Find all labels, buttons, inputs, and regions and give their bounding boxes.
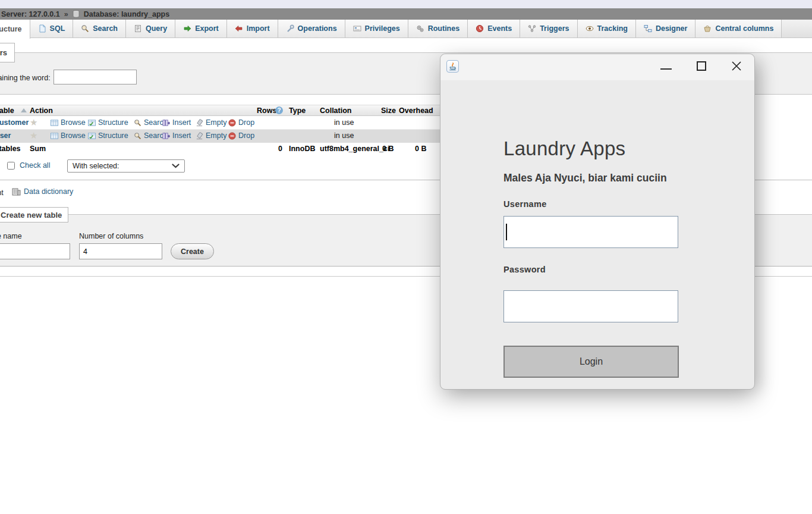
tab-events[interactable]: Events — [468, 20, 520, 37]
insert-icon — [162, 119, 170, 127]
empty-icon — [196, 132, 203, 140]
close-button[interactable] — [731, 61, 742, 71]
events-icon — [476, 24, 484, 33]
maximize-button[interactable] — [697, 61, 706, 71]
screen: Server: 127.0.0.1 » Database: laundry_ap… — [0, 0, 812, 514]
table-name-link[interactable]: user — [0, 131, 11, 140]
breadcrumb-database[interactable]: Database: laundry_apps — [84, 10, 170, 18]
containing-word-input[interactable] — [53, 70, 137, 84]
central-columns-icon — [703, 24, 712, 33]
tab-search-label: Search — [93, 24, 118, 33]
tab-central-columns-label: Central columns — [715, 24, 773, 33]
designer-icon — [644, 24, 652, 33]
empty-link[interactable]: Empty — [196, 131, 226, 140]
minimize-icon — [660, 68, 672, 70]
search-action-icon — [134, 132, 141, 140]
tab-import[interactable]: Import — [227, 20, 278, 37]
query-icon — [134, 24, 142, 33]
header-collation: Collation — [320, 106, 351, 115]
header-action: Action — [30, 106, 53, 115]
drop-link[interactable]: Drop — [228, 118, 254, 127]
table-name-link[interactable]: customer — [0, 118, 29, 127]
sum-label: Sum — [30, 145, 46, 153]
browse-icon — [51, 132, 58, 140]
tab-designer[interactable]: Designer — [636, 20, 696, 37]
tab-tracking[interactable]: Tracking — [578, 20, 636, 37]
tab-operations-label: Operations — [298, 24, 337, 33]
sql-icon — [38, 24, 46, 33]
data-dictionary-link[interactable]: Data dictionary — [12, 187, 73, 196]
favorite-star-icon[interactable]: ★ — [30, 117, 37, 128]
password-label: Password — [503, 265, 546, 274]
with-selected-dropdown[interactable]: With selected: — [67, 159, 185, 173]
login-button[interactable]: Login — [503, 346, 679, 378]
triggers-icon — [528, 24, 536, 33]
header-rows: Rows — [257, 106, 276, 115]
java-coffee-icon — [448, 62, 457, 71]
tab-operations[interactable]: Operations — [278, 20, 345, 37]
print-link[interactable]: Print — [0, 189, 4, 197]
login-window: Laundry Apps Males Aja Nyuci, biar kami … — [440, 54, 755, 390]
sum-overhead: 0 B — [415, 145, 426, 153]
tab-export-label: Export — [195, 24, 219, 33]
username-field[interactable] — [503, 216, 678, 248]
tab-export[interactable]: Export — [175, 20, 227, 37]
favorite-star-icon[interactable]: ★ — [30, 130, 37, 141]
create-button[interactable]: Create — [171, 243, 214, 259]
tab-triggers[interactable]: Triggers — [520, 20, 577, 37]
sort-asc-icon — [21, 108, 27, 112]
tab-query-label: Query — [146, 24, 167, 33]
database-tabbar: Structure SQL Search Query Export Import… — [0, 20, 812, 38]
check-all-checkbox[interactable] — [7, 162, 15, 170]
close-icon — [731, 61, 742, 71]
tab-events-label: Events — [487, 24, 512, 33]
insert-link[interactable]: Insert — [162, 118, 191, 127]
database-icon — [73, 10, 80, 18]
number-of-columns-input[interactable] — [79, 243, 162, 259]
tab-routines-label: Routines — [428, 24, 459, 33]
tracking-icon — [586, 24, 594, 33]
tab-tracking-label: Tracking — [597, 24, 628, 33]
browse-link[interactable]: Browse — [51, 118, 86, 127]
password-field[interactable] — [503, 290, 678, 322]
browser-top-strip — [0, 0, 812, 8]
drop-link[interactable]: Drop — [228, 131, 254, 140]
login-form: Laundry Apps Males Aja Nyuci, biar kami … — [440, 80, 754, 390]
check-all-label[interactable]: Check all — [20, 161, 50, 170]
tab-sql[interactable]: SQL — [30, 20, 74, 37]
empty-icon — [196, 119, 203, 127]
structure-link[interactable]: Structure — [88, 118, 128, 127]
tab-routines[interactable]: Routines — [408, 20, 468, 37]
window-titlebar[interactable] — [440, 54, 754, 80]
breadcrumb-server[interactable]: Server: 127.0.0.1 — [1, 10, 60, 18]
tab-search[interactable]: Search — [73, 20, 126, 37]
sum-type: InnoDB — [289, 145, 315, 153]
tab-query[interactable]: Query — [126, 20, 175, 37]
text-caret — [506, 224, 507, 240]
table-name-input[interactable] — [0, 243, 70, 259]
java-app-icon[interactable] — [446, 60, 459, 73]
tab-privileges-label: Privileges — [365, 24, 400, 33]
tab-central-columns[interactable]: Central columns — [695, 20, 782, 37]
header-table[interactable]: Table — [0, 106, 14, 115]
collation-status: in use — [334, 131, 354, 140]
filters-legend: Filters — [0, 43, 15, 62]
browse-link[interactable]: Browse — [51, 131, 86, 140]
structure-action-icon — [88, 132, 96, 140]
operations-icon — [286, 24, 294, 33]
number-of-columns-label: Number of columns — [79, 232, 143, 240]
insert-link[interactable]: Insert — [162, 131, 191, 140]
insert-icon — [162, 132, 170, 140]
with-selected-value: With selected: — [73, 162, 119, 170]
tab-structure[interactable]: Structure — [0, 20, 30, 39]
breadcrumb-separator: » — [64, 10, 68, 18]
header-type: Type — [289, 106, 306, 115]
tab-sql-label: SQL — [50, 24, 65, 33]
tab-privileges[interactable]: Privileges — [345, 20, 408, 37]
minimize-button[interactable] — [660, 61, 673, 71]
structure-link[interactable]: Structure — [88, 131, 128, 140]
table-name-label: Table name — [0, 232, 22, 240]
empty-link[interactable]: Empty — [196, 118, 226, 127]
rows-help-icon[interactable]: ? — [275, 106, 283, 114]
sum-rows: 0 — [278, 145, 282, 153]
